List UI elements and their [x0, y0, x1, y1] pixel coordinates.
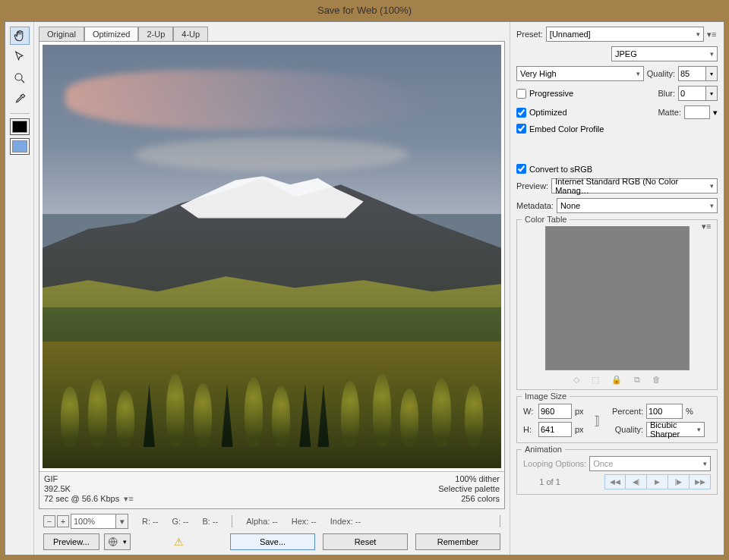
percent-suffix: % — [686, 407, 705, 416]
quality-spinner[interactable]: ▾ — [678, 66, 718, 81]
tab-optimized[interactable]: Optimized — [84, 27, 139, 41]
info-readout-row: − + 100% ▾ R: -- G: -- B: -- Alpha: -- H… — [43, 514, 500, 529]
looping-select[interactable]: Once▾ — [589, 456, 711, 471]
dialog-window: Original Optimized 2-Up 4-Up — [5, 21, 724, 555]
hand-tool[interactable] — [10, 27, 30, 45]
convert-srgb-checkbox-input[interactable] — [516, 164, 526, 174]
readout-hex: Hex: -- — [292, 517, 317, 526]
zoom-dropdown-icon[interactable]: ▾ — [116, 514, 128, 529]
matte-label: Matte: — [658, 108, 681, 117]
tool-strip — [5, 22, 34, 555]
first-frame-button[interactable]: ◀◀ — [604, 474, 626, 489]
convert-srgb-checkbox[interactable]: Convert to sRGB — [516, 164, 592, 174]
blur-label: Blur: — [658, 89, 675, 98]
preset-select[interactable]: [Unnamed]▾ — [546, 27, 704, 42]
tab-original[interactable]: Original — [39, 27, 84, 41]
optimize-status-bar: GIF 392.5K 72 sec @ 56.6 Kbps▾≡ 100% dit… — [39, 471, 504, 508]
status-dither: 100% dither — [438, 474, 500, 483]
resample-quality-label: Quality: — [605, 425, 643, 434]
zoom-out-button[interactable]: − — [43, 515, 55, 527]
slice-visibility-toggle[interactable] — [10, 138, 30, 155]
embed-profile-checkbox[interactable]: Embed Color Profile — [516, 124, 604, 134]
last-frame-button[interactable]: ▶▶ — [690, 474, 711, 489]
progressive-checkbox-input[interactable] — [516, 89, 526, 99]
warning-icon: ⚠ — [174, 536, 184, 548]
readout-alpha: Alpha: -- — [246, 517, 278, 526]
readout-b: B: -- — [202, 517, 218, 526]
reset-button[interactable]: Reset — [323, 533, 408, 550]
width-field[interactable] — [538, 404, 572, 419]
optimized-checkbox[interactable]: Optimized — [516, 108, 567, 118]
chevron-down-icon: ▾ — [122, 538, 127, 546]
optimized-checkbox-label: Optimized — [529, 108, 567, 117]
canvas-frame: GIF 392.5K 72 sec @ 56.6 Kbps▾≡ 100% dit… — [39, 41, 505, 509]
px-label-2: px — [575, 425, 589, 434]
preset-label: Preset: — [516, 30, 543, 39]
tab-4up[interactable]: 4-Up — [173, 27, 208, 41]
preset-menu-icon[interactable]: ▾≡ — [707, 30, 718, 39]
status-menu-icon[interactable]: ▾≡ — [124, 494, 133, 504]
ct-lock-icon[interactable]: 🔒 — [611, 375, 622, 385]
quality-preset-select[interactable]: Very High▾ — [516, 66, 644, 81]
image-preview[interactable] — [43, 45, 501, 468]
eyedropper-color-swatch[interactable] — [10, 118, 30, 135]
resample-quality-select[interactable]: Bicubic Sharper▾ — [646, 422, 705, 437]
svg-point-0 — [15, 74, 22, 80]
embed-profile-checkbox-input[interactable] — [516, 124, 526, 134]
image-size-label: Image Size — [522, 392, 570, 401]
ct-new-icon[interactable]: ⧉ — [634, 375, 640, 385]
preview-area: Original Optimized 2-Up 4-Up — [34, 22, 510, 555]
globe-icon — [108, 536, 122, 547]
px-label: px — [575, 407, 589, 416]
color-table-label: Color Table — [522, 215, 570, 224]
browser-preview-button[interactable]: ▾ — [104, 533, 131, 550]
next-frame-button[interactable]: |▶ — [668, 474, 690, 489]
chevron-down-icon[interactable]: ▾ — [705, 66, 718, 81]
tab-2up[interactable]: 2-Up — [138, 27, 173, 41]
optimized-checkbox-input[interactable] — [516, 108, 526, 118]
status-format: GIF — [44, 474, 134, 483]
frame-status: 1 of 1 — [523, 477, 576, 486]
title-bar: Save for Web (100%) — [0, 0, 729, 21]
animation-group: Animation Looping Options: Once▾ 1 of 1 … — [516, 449, 718, 495]
save-button[interactable]: Save... — [230, 533, 315, 550]
width-label: W: — [523, 407, 535, 416]
zoom-tool[interactable] — [10, 69, 30, 87]
matte-swatch[interactable] — [684, 105, 710, 119]
status-palette: Selective palette — [438, 484, 500, 493]
status-size: 392.5K — [44, 484, 134, 493]
height-field[interactable] — [538, 422, 572, 437]
remember-button[interactable]: Remember — [415, 533, 500, 550]
image-size-group: Image Size W: px ⟧ Percent: % H: px Qual… — [516, 396, 718, 443]
quality-field[interactable] — [678, 66, 705, 81]
color-table-menu-icon[interactable]: ▾≡ — [702, 222, 712, 231]
chevron-down-icon[interactable]: ▾ — [705, 86, 718, 101]
embed-profile-checkbox-label: Embed Color Profile — [529, 124, 604, 134]
zoom-level-field[interactable]: 100% — [71, 514, 116, 529]
percent-field[interactable] — [646, 404, 683, 419]
prev-frame-button[interactable]: ◀| — [626, 474, 647, 489]
progressive-checkbox[interactable]: Progressive — [516, 89, 573, 99]
blur-spinner[interactable]: ▾ — [678, 86, 718, 101]
play-button[interactable]: ▶ — [647, 474, 668, 489]
readout-g: G: -- — [172, 517, 188, 526]
zoom-in-button[interactable]: + — [57, 515, 69, 527]
ct-snap-icon[interactable]: ◇ — [573, 375, 579, 385]
percent-label: Percent: — [605, 407, 643, 416]
ct-trash-icon[interactable]: 🗑 — [652, 375, 661, 385]
settings-panel: Preset: [Unnamed]▾ ▾≡ JPEG▾ Very High▾ Q… — [510, 22, 724, 555]
matte-dropdown-icon[interactable]: ▾ — [713, 108, 718, 118]
metadata-select[interactable]: None▾ — [557, 198, 718, 213]
status-colors: 256 colors — [438, 494, 500, 503]
constrain-link-icon[interactable]: ⟧ — [592, 414, 602, 428]
color-table-group: Color Table ▾≡ ◇ ⬚ 🔒 ⧉ 🗑 — [516, 219, 718, 390]
format-select[interactable]: JPEG▾ — [611, 46, 718, 61]
pointer-tool[interactable] — [10, 48, 30, 66]
color-table[interactable] — [545, 226, 690, 370]
preview-profile-select[interactable]: Internet Standard RGB (No Color Manag…▾ — [551, 178, 718, 193]
eyedropper-tool[interactable] — [10, 90, 30, 109]
blur-field[interactable] — [678, 86, 705, 101]
preview-button[interactable]: Preview... — [43, 533, 99, 550]
ct-shift-icon[interactable]: ⬚ — [592, 375, 599, 385]
preview-profile-label: Preview: — [516, 181, 548, 190]
